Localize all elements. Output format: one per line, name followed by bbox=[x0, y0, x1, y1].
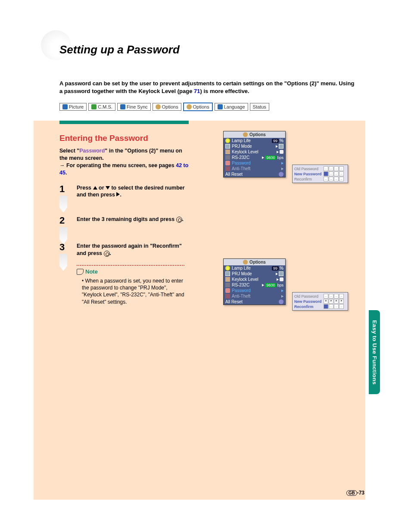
finesync-icon bbox=[120, 104, 125, 109]
lamp-value: 99 bbox=[272, 266, 279, 271]
step-3: 3 Enter the password again in "Reconfirm… bbox=[59, 243, 189, 257]
pw-cell bbox=[339, 171, 344, 176]
txt: Password bbox=[232, 161, 251, 165]
baud-value: 9600 bbox=[265, 283, 276, 287]
picture-icon bbox=[62, 104, 68, 109]
note-row: Note bbox=[77, 268, 189, 275]
content-panel: Entering the Password Select "Password" … bbox=[34, 121, 365, 500]
tab-language[interactable]: Language bbox=[215, 103, 248, 111]
lock-icon bbox=[225, 149, 230, 154]
arrow-icon bbox=[281, 168, 283, 170]
password-dialog-2: Old Password New Password Reconfirm bbox=[292, 292, 348, 311]
lock-icon bbox=[280, 150, 283, 154]
shield-icon bbox=[225, 294, 230, 299]
pw-cell bbox=[334, 177, 339, 181]
txt: All Reset bbox=[225, 172, 243, 177]
pw-cell bbox=[339, 304, 344, 309]
tab-picture[interactable]: Picture bbox=[59, 103, 87, 111]
options-icon bbox=[243, 260, 248, 264]
txt: Old Password bbox=[294, 294, 322, 299]
tab-options-1[interactable]: Options bbox=[153, 103, 181, 111]
tab-label: Options bbox=[193, 104, 209, 109]
tab-cms[interactable]: C.M.S. bbox=[88, 103, 115, 111]
osd-header: Options bbox=[224, 259, 285, 265]
arrow-icon bbox=[262, 284, 264, 286]
arrow-icon bbox=[276, 145, 278, 148]
txt: % bbox=[280, 138, 283, 143]
region-badge: GB bbox=[346, 490, 357, 496]
pw-cell bbox=[329, 177, 333, 181]
step-number: 2 bbox=[59, 216, 72, 225]
txt: bps bbox=[277, 156, 283, 160]
baud-value: 9600 bbox=[265, 156, 276, 160]
screen-icon bbox=[279, 271, 283, 276]
options-icon bbox=[243, 132, 248, 137]
port-icon bbox=[225, 283, 230, 287]
arrow-icon bbox=[281, 295, 283, 298]
txt: When a password is set, you need to ente… bbox=[82, 278, 184, 305]
txt: Keylock Level bbox=[232, 149, 258, 154]
pw-old-row: Old Password bbox=[294, 294, 346, 299]
osd-lamp-life: Lamp Life99% bbox=[224, 138, 285, 143]
pw-cell bbox=[324, 299, 328, 304]
txt: → For operating the menu screen, see pag… bbox=[59, 162, 176, 168]
osd-menu-2: Options Lamp Life99% PRJ Mode Keylock Le… bbox=[223, 258, 286, 305]
tab-label: Picture bbox=[69, 104, 84, 109]
pw-cell bbox=[324, 294, 328, 299]
key-icon bbox=[225, 288, 230, 293]
txt: PRJ Mode bbox=[232, 271, 252, 276]
osd-prj-mode: PRJ Mode bbox=[224, 271, 285, 277]
left-column: Entering the Password Select "Password" … bbox=[59, 134, 189, 305]
pw-cell bbox=[339, 166, 344, 171]
arrow-icon bbox=[276, 273, 278, 275]
txt: . bbox=[120, 192, 121, 198]
tab-options-2[interactable]: Options bbox=[183, 103, 213, 111]
reset-icon bbox=[279, 172, 283, 177]
note-label: Note bbox=[85, 268, 98, 275]
page-number: GB-73 bbox=[346, 490, 364, 496]
tab-status[interactable]: Status bbox=[250, 103, 269, 111]
txt: Options bbox=[249, 260, 266, 264]
osd-anti-theft: Anti-Theft bbox=[224, 293, 285, 299]
page-link-71[interactable]: 71 bbox=[194, 88, 200, 94]
lock-icon bbox=[225, 277, 230, 282]
txt: % bbox=[280, 266, 283, 271]
tab-label: Language bbox=[224, 104, 245, 109]
pw-old-row: Old Password bbox=[294, 166, 346, 171]
osd-all-reset: All Reset bbox=[224, 171, 285, 177]
password-highlight: Password bbox=[79, 148, 105, 154]
select-paragraph: Select "Password" in the "Options (2)" m… bbox=[59, 147, 189, 177]
step-text: Press or to select the desired number an… bbox=[77, 184, 189, 199]
enter-button-icon bbox=[104, 251, 110, 257]
pw-reconfirm-row: Reconfirm bbox=[294, 177, 346, 181]
lamp-value: 99 bbox=[272, 139, 279, 143]
key-icon bbox=[225, 161, 230, 165]
tab-label: Status bbox=[253, 104, 266, 109]
pw-cell bbox=[329, 294, 333, 299]
tab-finesync[interactable]: Fine Sync bbox=[117, 103, 151, 111]
osd-password: Password bbox=[224, 288, 285, 293]
step-2: 2 Enter the 3 remaining digits and press… bbox=[59, 216, 189, 225]
tab-label: Fine Sync bbox=[127, 104, 148, 109]
screen-icon bbox=[225, 271, 230, 276]
pw-cell bbox=[339, 294, 344, 299]
up-arrow-icon bbox=[93, 186, 97, 190]
txt: PRJ Mode bbox=[232, 144, 252, 149]
down-arrow-icon bbox=[106, 186, 110, 190]
pw-cell bbox=[329, 299, 333, 304]
pw-cell bbox=[329, 304, 333, 309]
step-1: 1 Press or to select the desired number … bbox=[59, 184, 189, 199]
osd-header: Options bbox=[224, 131, 285, 138]
txt: Password bbox=[232, 288, 251, 293]
note-text: • When a password is set, you need to en… bbox=[82, 277, 185, 305]
txt: bps bbox=[277, 283, 283, 287]
txt: or bbox=[97, 185, 106, 191]
osd-keylock: Keylock Level bbox=[224, 277, 285, 282]
pw-cell bbox=[329, 166, 333, 171]
txt: New Password bbox=[294, 172, 322, 176]
pw-reconfirm-row: Reconfirm bbox=[294, 304, 346, 309]
osd-prj-mode: PRJ Mode bbox=[224, 143, 285, 149]
txt: New Password bbox=[294, 299, 322, 304]
cms-icon bbox=[91, 104, 97, 109]
osd-password: Password bbox=[224, 160, 285, 166]
